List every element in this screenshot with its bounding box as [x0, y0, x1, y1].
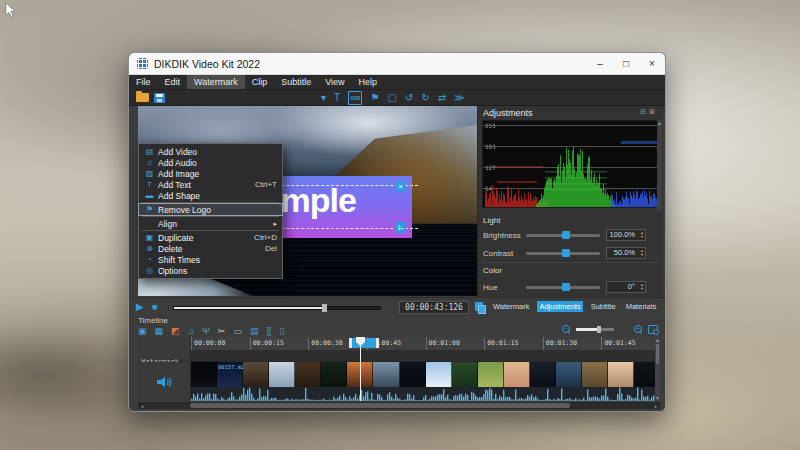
zoom-out-icon[interactable]: − — [562, 325, 571, 334]
menu-options[interactable]: ◎Options — [139, 265, 282, 276]
playhead[interactable] — [360, 337, 361, 401]
contrast-spinner[interactable]: ▲▼ — [638, 248, 646, 258]
timeline-horizontal-scrollbar[interactable]: ◂ ▸ — [138, 402, 660, 409]
filmstrip-thumbnail[interactable] — [269, 362, 295, 387]
rotate-left-icon[interactable]: ↺ — [405, 93, 413, 103]
add-image-track-icon[interactable]: ▦ — [155, 326, 164, 336]
eraser-icon[interactable]: ▭ — [233, 326, 242, 336]
menu-align[interactable]: Align▸ — [139, 218, 282, 229]
filmstrip-thumbnail[interactable] — [426, 362, 452, 387]
close-button[interactable]: × — [639, 53, 665, 74]
filmstrip-thumbnail[interactable] — [191, 362, 217, 387]
filmstrip-thumbnail[interactable] — [582, 362, 608, 387]
menubar-item-view[interactable]: View — [318, 75, 351, 89]
scroll-left-icon[interactable]: ◂ — [138, 403, 146, 409]
menu-add-video[interactable]: ▤Add Video — [139, 146, 282, 157]
titlebar[interactable]: DIKDIK Video Kit 2022 – □ × — [129, 53, 665, 75]
watermark-track[interactable]: Watermark — [138, 350, 660, 362]
panel-dock-icon[interactable]: ⊟ — [640, 108, 646, 116]
ass-subtitle-icon[interactable]: ASS — [348, 91, 362, 105]
hue-slider-thumb[interactable] — [562, 283, 570, 291]
add-music-icon[interactable]: ♫ — [188, 326, 195, 336]
hscroll-handle[interactable] — [190, 403, 570, 408]
filmstrip-thumbnail[interactable] — [478, 362, 504, 387]
submenu-arrow-icon: ▸ — [273, 220, 277, 228]
hue-spinner[interactable]: ▲▼ — [638, 282, 646, 292]
seek-slider[interactable] — [173, 306, 381, 310]
seek-thumb[interactable] — [322, 304, 327, 312]
crop-icon[interactable]: ▢ — [387, 93, 396, 103]
menubar-item-help[interactable]: Help — [352, 75, 385, 89]
menubar-item-subtitle[interactable]: Subtitle — [274, 75, 318, 89]
menubar-item-file[interactable]: File — [129, 75, 158, 89]
filmstrip-thumbnail[interactable] — [556, 362, 582, 387]
hscroll-track[interactable] — [146, 403, 652, 408]
filmstrip-thumbnail[interactable] — [243, 362, 269, 387]
toolbar: ▾TASS⚑▢↺↻⇄≫ — [129, 90, 665, 106]
menu-add-shape[interactable]: ▬Add Shape — [139, 190, 282, 201]
menu-duplicate[interactable]: ▣DuplicateCtrl+D — [139, 232, 282, 243]
flip-icon[interactable]: ⇄ — [438, 93, 446, 103]
contrast-slider-thumb[interactable] — [562, 249, 570, 257]
color-icon[interactable]: ◩ — [171, 326, 180, 336]
zoom-fit-icon[interactable] — [648, 325, 658, 334]
filmstrip-thumbnail[interactable] — [452, 362, 478, 387]
menu-delete-shortcut: Del — [265, 244, 277, 253]
menubar-item-watermark[interactable]: Watermark — [187, 75, 245, 89]
brightness-slider-thumb[interactable] — [562, 231, 570, 239]
filmstrip-thumbnail[interactable] — [608, 362, 634, 387]
menu-remove-logo[interactable]: ⚑Remove Logo — [139, 204, 282, 215]
paste-icon[interactable]: ▤ — [250, 326, 259, 336]
filmstrip-thumbnail[interactable] — [373, 362, 399, 387]
open-folder-icon[interactable] — [136, 93, 149, 102]
filmstrip-thumbnail[interactable] — [504, 362, 530, 387]
timeline-ruler[interactable]: 00:00:0000:00:1500:00:3000:00:4500:01:00… — [138, 337, 660, 350]
audio-waveform-track[interactable] — [191, 387, 660, 401]
cut-icon[interactable]: ✂ — [218, 326, 226, 336]
copy-timecode-icon[interactable] — [475, 302, 484, 312]
panel-scrollbar[interactable]: ▲ — [657, 120, 662, 212]
menubar-item-edit[interactable]: Edit — [158, 75, 188, 89]
zoom-in-icon[interactable]: + — [634, 325, 643, 334]
tab-watermark[interactable]: Watermark — [491, 301, 531, 312]
save-icon[interactable] — [154, 93, 165, 103]
menu-add-text[interactable]: TAdd TextCtrl+T — [139, 179, 282, 190]
tab-materials[interactable]: Materials — [624, 301, 658, 312]
tab-subtitle[interactable]: Subtitle — [589, 301, 618, 312]
tab-adjustments[interactable]: Adjustments — [537, 301, 582, 312]
waveform-canvas[interactable] — [191, 387, 657, 401]
zoom-thumb[interactable] — [597, 326, 601, 333]
scroll-right-icon[interactable]: ▸ — [652, 403, 660, 409]
panel-close-icon[interactable]: ⊠ — [649, 108, 655, 116]
add-text-icon[interactable]: T — [334, 93, 340, 103]
menubar-item-clip[interactable]: Clip — [245, 75, 275, 89]
menu-delete[interactable]: ⊗DeleteDel — [139, 243, 282, 254]
trash-icon[interactable]: ▯ — [279, 326, 284, 336]
menu-add-image[interactable]: ▨Add Image — [139, 168, 282, 179]
remove-logo-icon[interactable]: ⚑ — [370, 93, 379, 103]
style-dropdown-arrow[interactable]: ▾ — [321, 93, 326, 103]
speed-icon[interactable]: ≫ — [454, 93, 464, 103]
filmstrip-thumbnail[interactable] — [400, 362, 426, 387]
stop-button[interactable]: ■ — [152, 302, 157, 312]
maximize-button[interactable]: □ — [613, 53, 639, 74]
timeline-zoom-slider[interactable] — [576, 328, 614, 331]
split-icon[interactable]: ][ — [266, 326, 271, 336]
overlay-close-icon[interactable]: × — [395, 181, 406, 192]
menu-add-audio[interactable]: ♫Add Audio — [139, 157, 282, 168]
timeline-vertical-scrollbar[interactable]: ▲ ▼ — [655, 337, 660, 401]
record-mic-icon[interactable]: Ψ — [202, 326, 210, 336]
speaker-icon[interactable] — [157, 376, 172, 388]
overlay-move-handle-icon[interactable]: ↔↔ — [395, 222, 406, 233]
filmstrip-thumbnail[interactable] — [530, 362, 556, 387]
add-video-track-icon[interactable]: ▣ — [138, 326, 147, 336]
rotate-right-icon[interactable]: ↻ — [421, 93, 429, 103]
text-icon: T — [143, 180, 156, 189]
menu-shift-times[interactable]: ◔Shift Times — [139, 254, 282, 265]
play-button[interactable]: ▶ — [136, 302, 144, 312]
minimize-button[interactable]: – — [587, 53, 613, 74]
filmstrip-thumbnail[interactable]: 00157.m2ts — [217, 362, 243, 387]
filmstrip-thumbnail[interactable] — [321, 362, 347, 387]
brightness-spinner[interactable]: ▲▼ — [638, 230, 646, 240]
filmstrip-thumbnail[interactable] — [295, 362, 321, 387]
